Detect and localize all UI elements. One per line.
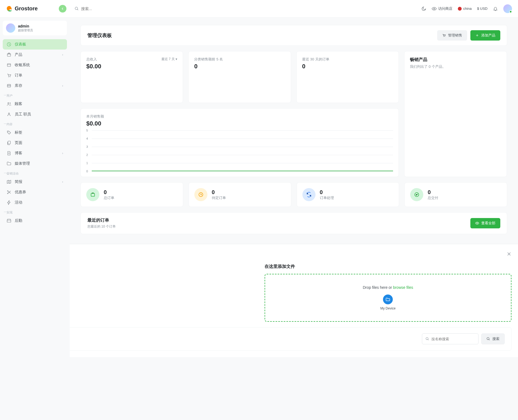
chevron-right-icon: › [62,84,63,88]
svg-point-20 [426,338,428,340]
sidebar-user-card[interactable]: admin 超级管理员 [3,21,67,35]
svg-point-12 [7,191,8,191]
nav-section-realize: 实现 [3,208,67,216]
svg-rect-3 [7,54,11,57]
eye-icon [475,221,479,225]
view-all-button[interactable]: 查看全部 [470,218,500,228]
chevron-right-icon: › [62,180,63,184]
nav-section-promo: 促销活动 [3,169,67,177]
search-icon [425,337,429,341]
best-sellers-card: 畅销产品 我们列出了 0 个产品。 [404,51,507,177]
sidebar-collapse-button[interactable] [59,5,66,13]
inventory-icon [7,83,11,88]
search-icon [486,337,490,341]
revenue-range-dropdown[interactable]: 最近 7 天 ▾ [161,57,177,62]
manage-sales-button[interactable]: 管理销售 [437,30,467,41]
add-files-section: 在这里添加文件 Drop files here or browse files … [265,264,512,322]
nav-logistics[interactable]: 后勤 [3,216,67,226]
media-search-input[interactable] [431,337,475,341]
counter-icon [194,188,207,201]
nav-media[interactable]: 媒体管理 [3,158,67,169]
nav-products[interactable]: 产品 › [3,50,67,60]
svg-point-14 [443,36,444,37]
nav-orders[interactable]: 订单 [3,70,67,81]
chevron-right-icon: › [62,53,63,57]
device-icon[interactable] [383,295,393,304]
plus-icon [475,33,479,37]
add-product-button[interactable]: 添加产品 [470,30,500,41]
visit-store-link[interactable]: 访问商店 [432,6,452,11]
store-icon [7,218,11,223]
logo-area[interactable]: Grostore [6,5,63,12]
tag-icon [7,130,11,135]
search-icon [75,7,79,11]
header-search-input[interactable] [81,7,163,11]
file-dropzone[interactable]: Drop files here or browse files My Devic… [265,274,512,322]
svg-point-13 [7,193,8,194]
nav-pos[interactable]: 收银系统 [3,60,67,70]
logo-text: Grostore [15,5,38,12]
map-icon [7,179,11,184]
nav-coupons[interactable]: 优惠券 [3,187,67,197]
file-text-icon [7,151,11,156]
notifications-icon[interactable] [493,6,498,11]
logo-icon [6,5,13,12]
svg-point-19 [477,223,478,224]
top-header: Grostore 访问商店 china $ USD [0,0,518,17]
browse-files-link[interactable]: browse files [393,285,413,290]
cart-icon [7,73,11,78]
main-content: 管理仪表板 管理销售 添加产品 最近 7 天 ▾ 总收入 $0.00 分类销售额… [70,17,518,242]
svg-point-1 [433,8,435,9]
nav-dashboard[interactable]: 仪表板 [3,39,67,50]
media-search-button[interactable]: 搜索 [481,333,505,344]
counter-card: 0 待定订单 [189,182,291,207]
language-selector[interactable]: china [458,7,472,11]
svg-point-0 [75,7,78,10]
media-search-wrap[interactable] [422,333,479,344]
svg-rect-11 [8,141,10,144]
svg-point-8 [8,103,9,104]
nav-section-content: 内容 [3,119,67,127]
nav-pages[interactable]: 页面 [3,138,67,148]
svg-point-21 [487,338,489,340]
package-icon [7,52,11,57]
counter-card: 0 总交付 [404,182,507,207]
top5-card: 分类销售额前 5 名 0 [188,51,291,103]
nav-blog[interactable]: 博客 › [3,148,67,158]
folder-icon [7,161,11,166]
counter-icon [410,188,423,201]
nav-inventory[interactable]: 库存 › [3,81,67,91]
chevron-left-icon [61,7,64,10]
sidebar: admin 超级管理员 仪表板 产品 › 收银系统 订单 库存 › 用户 顾客 … [0,17,70,357]
user-avatar[interactable] [503,4,512,13]
svg-point-5 [8,76,9,77]
nav-campaigns[interactable]: 活动 [3,197,67,208]
svg-rect-4 [7,64,11,67]
page-title: 管理仪表板 [87,32,112,39]
counter-card: 0 订单处理 [297,182,399,207]
users-icon [7,102,11,106]
dark-mode-icon[interactable] [421,6,426,11]
pos-icon [7,63,11,68]
svg-point-6 [10,76,10,77]
sidebar-user-avatar [6,23,15,33]
counter-icon [86,188,99,201]
recent-orders-card: 最近的订单 您最近的 10 个订单 查看全部 [81,212,507,234]
zap-icon [7,200,11,205]
copy-icon [7,140,11,145]
revenue-card: 最近 7 天 ▾ 总收入 $0.00 [81,51,183,103]
nav-customers[interactable]: 顾客 [3,99,67,109]
svg-point-9 [8,113,10,114]
header-search[interactable] [75,7,421,11]
currency-selector[interactable]: $ USD [477,7,488,11]
nav-staff[interactable]: 员工 职员 [3,109,67,119]
svg-rect-7 [7,84,11,87]
nav-tags[interactable]: 标签 [3,127,67,138]
counter-card: 0 总订单 [81,182,183,207]
monthly-sales-card: 本月销售额 $0.00 012345 [81,108,399,177]
chevron-right-icon: › [62,151,63,155]
flag-icon [458,7,462,11]
nav-newsletter[interactable]: 简报 › [3,177,67,187]
sidebar-user-role: 超级管理员 [18,28,33,32]
close-icon[interactable] [507,252,511,256]
